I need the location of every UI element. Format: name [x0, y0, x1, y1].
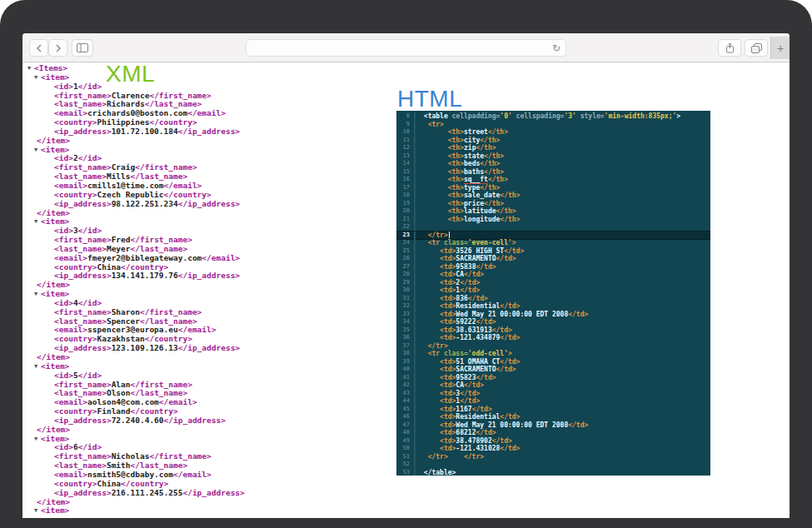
code-text: <td>CA</td> — [415, 271, 484, 279]
xml-tag: <email> — [54, 397, 87, 406]
code-token: <th> — [448, 192, 464, 199]
disclosure-triangle-icon[interactable]: ▼ — [34, 73, 41, 82]
line-number: 39 — [396, 358, 415, 366]
line-number: 25 — [396, 247, 415, 256]
forward-button[interactable] — [48, 39, 67, 57]
reload-icon[interactable]: ↻ — [552, 42, 560, 55]
code-token: <td> — [440, 421, 456, 429]
code-token: <th> — [448, 200, 464, 207]
code-token: <th> — [448, 216, 464, 223]
xml-text: Fred — [112, 235, 131, 244]
code-token: <td> — [440, 445, 456, 452]
editor-line: 47<td>Wed May 21 00:00:00 EDT 2008</td> — [396, 421, 710, 430]
code-token: <td> — [440, 318, 456, 326]
code-token: CA — [456, 271, 464, 278]
code-text: <td>3526 HIGH ST</td> — [415, 247, 524, 256]
code-token: latitude — [464, 207, 496, 215]
code-token: city — [464, 137, 480, 144]
line-number: 23 — [396, 232, 415, 240]
line-number: 36 — [396, 334, 415, 342]
xml-text: Czech Republic — [97, 190, 163, 199]
xml-tag: </country> — [131, 406, 178, 416]
xml-tag: <first_name> — [54, 307, 112, 316]
disclosure-triangle-icon[interactable]: ▼ — [27, 64, 34, 73]
editor-line: 23</tr> — [396, 232, 710, 240]
disclosure-triangle-icon[interactable]: ▼ — [34, 217, 41, 227]
line-number: 17 — [396, 184, 415, 192]
disclosure-triangle-icon[interactable]: ▼ — [34, 506, 41, 516]
xml-tag: </item> — [37, 497, 70, 506]
code-token: <td> — [440, 295, 456, 302]
line-number: 40 — [396, 366, 415, 374]
xml-tag: </first_name> — [131, 235, 192, 244]
editor-line: 38<tr class='odd-cell'> — [396, 350, 710, 358]
code-text: <td>51 OMAHA CT</td> — [415, 358, 520, 366]
code-text: <td>1167</td> — [415, 406, 492, 414]
line-number: 45 — [396, 406, 415, 414]
code-text: <tr class='even-cell'> — [415, 239, 516, 247]
xml-text: nsmith5@cdbaby.com — [87, 470, 173, 479]
code-token: 1167 — [456, 406, 471, 413]
xml-tag: </country> — [145, 334, 192, 343]
share-button[interactable] — [718, 39, 741, 57]
code-token: </td> — [504, 247, 524, 255]
code-text: <td>SACRAMENTO</td> — [415, 366, 516, 374]
editor-line: 28<td>CA</td> — [396, 271, 710, 279]
xml-tag: <ip_address> — [54, 343, 112, 352]
code-token: 68212 — [456, 429, 476, 436]
xml-tag: </last_name> — [131, 172, 188, 181]
editor-line: 27<td>95838</td> — [396, 263, 710, 271]
line-number: 41 — [396, 374, 415, 382]
code-token: <td> — [440, 413, 456, 421]
code-token: cellpadding= — [448, 112, 501, 120]
url-field[interactable] — [253, 41, 548, 57]
code-token: CA — [456, 381, 464, 389]
editor-line: 21<th>longitude</th> — [396, 216, 710, 224]
code-token: price — [464, 200, 484, 207]
xml-tag: </item> — [37, 280, 70, 289]
code-token: </td> — [500, 413, 520, 421]
code-token: </td> — [496, 255, 516, 262]
line-number: 52 — [396, 461, 415, 469]
code-token: <td> — [440, 286, 456, 294]
xml-tag: </id> — [78, 153, 102, 162]
line-number: 10 — [396, 128, 415, 137]
editor-line: 40<td>SACRAMENTO</td> — [396, 366, 710, 374]
line-number: 49 — [396, 437, 415, 446]
code-text: <th>sale_date</th> — [415, 192, 520, 200]
line-number: 50 — [396, 445, 415, 453]
sidebar-toggle-button[interactable] — [72, 39, 93, 57]
disclosure-triangle-icon[interactable]: ▼ — [34, 435, 41, 444]
tabs-button[interactable] — [745, 39, 768, 57]
xml-tag: <email> — [54, 108, 87, 117]
xml-tag: <first_name> — [54, 235, 112, 244]
editor-line: 39<td>51 OMAHA CT</td> — [396, 358, 710, 366]
code-token: </td> — [472, 406, 492, 413]
code-token: <td> — [440, 374, 456, 381]
xml-tag: </last_name> — [131, 461, 188, 470]
code-editor[interactable]: 8<table cellpadding='0' cellspading='3' … — [396, 111, 710, 476]
code-token: Residential — [456, 302, 500, 310]
line-number: 53 — [396, 469, 415, 476]
back-button[interactable] — [29, 39, 48, 57]
share-icon — [725, 42, 735, 53]
xml-tag: <item> — [41, 217, 69, 226]
xml-tag: <country> — [54, 262, 97, 271]
code-token: <th> — [448, 128, 464, 136]
disclosure-triangle-icon[interactable]: ▼ — [34, 290, 41, 299]
code-token: <td> — [440, 381, 456, 389]
xml-text: cmills1@time.com — [87, 181, 164, 190]
code-text: <th>beds</th> — [415, 160, 500, 168]
disclosure-triangle-icon[interactable]: ▼ — [34, 362, 41, 371]
editor-line: 26<td>SACRAMENTO</td> — [396, 255, 710, 263]
code-text: <td>CA</td> — [415, 381, 484, 390]
xml-text: aolson4@com.com — [87, 397, 159, 406]
code-token: </td> — [500, 334, 520, 341]
new-tab-button[interactable]: + — [770, 37, 790, 59]
line-number: 38 — [396, 350, 415, 358]
code-token: <th> — [448, 207, 464, 215]
xml-tag: <last_name> — [54, 99, 107, 108]
disclosure-triangle-icon[interactable]: ▼ — [34, 146, 41, 155]
xml-tag: </id> — [78, 82, 102, 91]
xml-tag: <id> — [54, 371, 73, 380]
